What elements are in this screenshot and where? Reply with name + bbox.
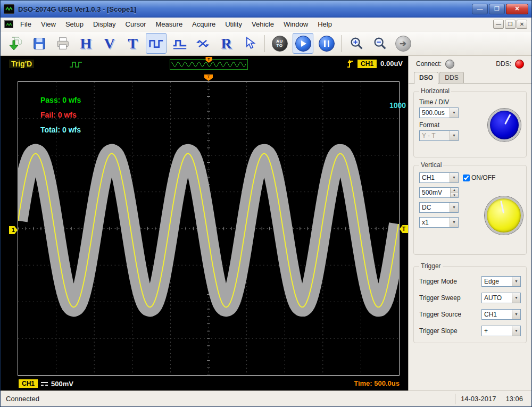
mdi-close-button[interactable]: ✕ <box>517 20 527 29</box>
channel-select[interactable]: CH1 ▼ <box>419 172 459 183</box>
save-button[interactable] <box>29 33 49 54</box>
maximize-button[interactable]: ❐ <box>489 4 505 14</box>
menu-acquire[interactable]: Acquire <box>187 19 220 30</box>
horizontal-group: Horizontal Time / DIV 500.0us ▼ Format Y… <box>413 87 527 157</box>
load-waveform-button[interactable] <box>5 33 26 54</box>
pause-icon <box>319 36 335 52</box>
app-window: DSO-2074G USB Ver1.0.3 - [Scope1] — ❐ ✕ … <box>0 0 532 407</box>
pause-button[interactable] <box>316 33 337 54</box>
sample-count-label: 1000 <box>389 101 406 110</box>
mdi-minimize-button[interactable]: — <box>493 20 504 29</box>
onoff-checkbox[interactable] <box>463 175 470 181</box>
vertical-setup-button[interactable]: V <box>99 33 120 54</box>
channel-onoff-toggle[interactable]: ON/OFF <box>463 174 495 181</box>
square-wave-baseline-icon <box>172 36 188 52</box>
channel-readout: CH1 500mV <box>19 379 73 388</box>
menu-display[interactable]: Display <box>88 19 121 30</box>
window-title: DSO-2074G USB Ver1.0.3 - [Scope1] <box>18 5 472 13</box>
run-button[interactable] <box>293 33 313 54</box>
trigger-sweep-select[interactable]: AUTO ▼ <box>481 293 521 303</box>
self-calibration-button[interactable] <box>193 33 213 54</box>
menu-view[interactable]: View <box>36 19 61 30</box>
title-bar: DSO-2074G USB Ver1.0.3 - [Scope1] — ❐ ✕ <box>1 1 531 18</box>
r-letter-icon: R <box>221 36 231 51</box>
menu-setup[interactable]: Setup <box>61 19 88 30</box>
spin-up-icon[interactable]: ▲ <box>451 188 458 193</box>
waveform-preview-pan[interactable]: T <box>170 59 248 70</box>
default-setup-button[interactable] <box>239 33 260 54</box>
chevron-down-icon: ▼ <box>450 203 458 212</box>
menu-utility[interactable]: Utility <box>220 19 247 30</box>
chevron-down-icon: ▼ <box>512 310 520 319</box>
factory-reset-button[interactable]: R <box>216 33 237 54</box>
spin-down-icon[interactable]: ▼ <box>451 193 458 198</box>
dc-coupling-icon <box>41 382 48 386</box>
toolbar-separator <box>264 35 265 52</box>
zoom-out-button[interactable] <box>369 33 390 54</box>
connect-led-icon <box>445 60 454 69</box>
status-date: 14-03-2017 <box>461 395 496 403</box>
menu-vehicle[interactable]: Vehicle <box>247 19 279 30</box>
trigger-edge-icon <box>347 59 354 68</box>
trigger-status-strip: Trig'D T CH1 0.00uV <box>1 56 408 73</box>
close-button[interactable]: ✕ <box>506 4 528 14</box>
time-div-select[interactable]: 500.0us ▼ <box>419 107 459 118</box>
pass-count-label: Pass: 0 wfs <box>40 96 81 104</box>
cross-arrows-icon <box>196 36 211 51</box>
connect-label: Connect: <box>416 60 442 68</box>
scope-display: T Pass: 0 wfs Fail: 0 wfs Total: 0 wfs 1… <box>1 73 408 391</box>
disabled-export-button: ➔ <box>393 33 413 54</box>
trigger-setup-button[interactable]: T <box>122 33 143 54</box>
tab-dso[interactable]: DSO <box>414 72 438 84</box>
menu-measure[interactable]: Measure <box>151 19 188 30</box>
trigger-readout: CH1 0.00uV <box>347 59 403 68</box>
play-icon <box>295 36 311 52</box>
statusbar-separator <box>455 394 455 404</box>
chevron-down-icon: ▼ <box>450 108 458 118</box>
scope-grid: Pass: 0 wfs Fail: 0 wfs Total: 0 wfs 100… <box>18 81 400 376</box>
menu-file[interactable]: File <box>15 19 36 30</box>
trigger-level-marker[interactable]: T <box>400 225 408 233</box>
app-icon <box>4 4 14 14</box>
main-area: Trig'D T CH1 0.00uV <box>1 56 531 391</box>
toolbar: H V T R AUTO <box>1 31 531 56</box>
zoom-in-button[interactable] <box>346 33 367 54</box>
horizontal-knob[interactable] <box>488 109 521 142</box>
chevron-down-icon: ▼ <box>512 293 520 303</box>
status-bar: Connected 14-03-2017 13:06 <box>1 391 531 406</box>
channel1-level-marker[interactable]: 1 <box>9 226 18 234</box>
v-letter-icon: V <box>104 36 114 51</box>
menu-bar: File View Setup Display Cursor Measure A… <box>1 18 531 31</box>
menu-cursor[interactable]: Cursor <box>121 19 151 30</box>
probe-select[interactable]: x1 ▼ <box>419 217 459 228</box>
status-time: 13:06 <box>505 395 523 403</box>
pass-fail-button[interactable] <box>146 33 167 54</box>
dds-label: DDS: <box>496 60 511 68</box>
horizontal-setup-button[interactable]: H <box>76 33 96 54</box>
t-letter-icon: T <box>128 36 138 51</box>
total-count-label: Total: 0 wfs <box>40 126 81 134</box>
dds-led-icon <box>515 60 524 69</box>
trigger-source-select[interactable]: CH1 ▼ <box>481 309 521 320</box>
mdi-restore-button[interactable]: ❐ <box>505 20 516 29</box>
minimize-button[interactable]: — <box>472 4 488 14</box>
menu-help[interactable]: Help <box>313 19 337 30</box>
coupling-select[interactable]: DC ▼ <box>419 202 459 213</box>
trigger-mode-select[interactable]: Edge ▼ <box>481 276 521 287</box>
volts-per-div-value: 500mV <box>51 380 73 388</box>
print-button[interactable] <box>52 33 73 54</box>
trigger-position-marker[interactable]: T <box>204 74 213 81</box>
vertical-knob[interactable] <box>485 196 523 235</box>
scope-column: Trig'D T CH1 0.00uV <box>1 56 408 391</box>
menu-window[interactable]: Window <box>279 19 313 30</box>
printer-icon <box>55 36 70 51</box>
tab-dds[interactable]: DDS <box>439 72 464 83</box>
volts-div-spinner[interactable]: 500mV ▲ ▼ <box>419 187 459 198</box>
scope-document-icon[interactable] <box>4 20 13 28</box>
waveform-record-button[interactable] <box>169 33 190 54</box>
horizontal-group-title: Horizontal <box>419 87 451 95</box>
auto-set-button[interactable]: AUTO <box>269 33 290 54</box>
auto-circle-icon: AUTO <box>272 36 288 52</box>
trigger-channel-badge: CH1 <box>358 60 377 68</box>
trigger-slope-select[interactable]: + ▼ <box>481 326 521 336</box>
